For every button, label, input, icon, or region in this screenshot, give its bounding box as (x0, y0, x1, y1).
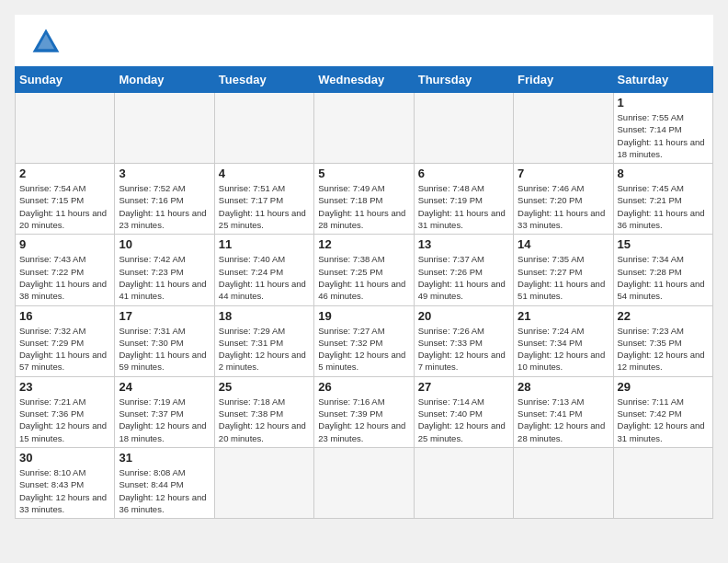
calendar-cell: 16Sunrise: 7:32 AM Sunset: 7:29 PM Dayli… (16, 305, 115, 376)
calendar-cell: 2Sunrise: 7:54 AM Sunset: 7:15 PM Daylig… (16, 164, 115, 235)
calendar-cell: 24Sunrise: 7:19 AM Sunset: 7:37 PM Dayli… (115, 376, 214, 447)
day-number: 31 (119, 451, 210, 465)
calendar-week-1: 1Sunrise: 7:55 AM Sunset: 7:14 PM Daylig… (16, 93, 713, 164)
day-number: 20 (418, 309, 509, 323)
logo-icon (29, 26, 63, 59)
day-info: Sunrise: 7:55 AM Sunset: 7:14 PM Dayligh… (618, 111, 709, 160)
calendar-cell: 9Sunrise: 7:43 AM Sunset: 7:22 PM Daylig… (16, 235, 115, 305)
calendar-cell: 3Sunrise: 7:52 AM Sunset: 7:16 PM Daylig… (115, 164, 214, 235)
day-number: 19 (318, 309, 409, 323)
day-number: 18 (219, 309, 310, 323)
calendar-cell: 28Sunrise: 7:13 AM Sunset: 7:41 PM Dayli… (514, 376, 613, 447)
day-info: Sunrise: 7:51 AM Sunset: 7:17 PM Dayligh… (219, 182, 310, 231)
day-info: Sunrise: 7:26 AM Sunset: 7:33 PM Dayligh… (418, 325, 509, 373)
day-number: 21 (518, 309, 609, 323)
calendar-cell: 11Sunrise: 7:40 AM Sunset: 7:24 PM Dayli… (214, 235, 313, 305)
calendar-cell: 31Sunrise: 8:08 AM Sunset: 8:44 PM Dayli… (115, 447, 214, 518)
calendar-table: SundayMondayTuesdayWednesdayThursdayFrid… (15, 66, 713, 519)
calendar-cell: 21Sunrise: 7:24 AM Sunset: 7:34 PM Dayli… (514, 305, 613, 376)
day-info: Sunrise: 7:16 AM Sunset: 7:39 PM Dayligh… (318, 396, 409, 444)
calendar-cell (115, 93, 214, 164)
day-info: Sunrise: 7:49 AM Sunset: 7:18 PM Dayligh… (318, 182, 409, 231)
calendar-cell: 7Sunrise: 7:46 AM Sunset: 7:20 PM Daylig… (514, 164, 613, 235)
day-info: Sunrise: 7:14 AM Sunset: 7:40 PM Dayligh… (418, 396, 509, 444)
weekday-saturday: Saturday (613, 67, 712, 93)
weekday-tuesday: Tuesday (214, 67, 313, 93)
day-number: 11 (219, 237, 310, 251)
day-info: Sunrise: 7:38 AM Sunset: 7:25 PM Dayligh… (318, 253, 409, 302)
calendar-cell (414, 447, 513, 518)
day-number: 13 (418, 237, 509, 251)
calendar-cell: 15Sunrise: 7:34 AM Sunset: 7:28 PM Dayli… (613, 235, 712, 305)
weekday-sunday: Sunday (16, 67, 115, 93)
calendar-cell: 10Sunrise: 7:42 AM Sunset: 7:23 PM Dayli… (115, 235, 214, 305)
day-number: 26 (318, 380, 409, 394)
day-number: 7 (518, 167, 609, 180)
calendar-cell: 30Sunrise: 8:10 AM Sunset: 8:43 PM Dayli… (16, 447, 115, 518)
calendar-cell (16, 93, 115, 164)
calendar-cell: 20Sunrise: 7:26 AM Sunset: 7:33 PM Dayli… (414, 305, 513, 376)
calendar-cell: 27Sunrise: 7:14 AM Sunset: 7:40 PM Dayli… (414, 376, 513, 447)
day-info: Sunrise: 7:34 AM Sunset: 7:28 PM Dayligh… (618, 253, 709, 302)
calendar-cell (314, 447, 414, 518)
day-info: Sunrise: 7:54 AM Sunset: 7:15 PM Dayligh… (19, 182, 110, 231)
weekday-wednesday: Wednesday (314, 67, 414, 93)
day-number: 4 (219, 167, 310, 180)
weekday-header-row: SundayMondayTuesdayWednesdayThursdayFrid… (16, 67, 713, 93)
calendar-cell: 17Sunrise: 7:31 AM Sunset: 7:30 PM Dayli… (115, 305, 214, 376)
day-info: Sunrise: 7:46 AM Sunset: 7:20 PM Dayligh… (518, 182, 609, 231)
calendar-cell: 8Sunrise: 7:45 AM Sunset: 7:21 PM Daylig… (613, 164, 712, 235)
day-number: 22 (618, 309, 709, 323)
day-info: Sunrise: 7:24 AM Sunset: 7:34 PM Dayligh… (518, 325, 609, 373)
day-info: Sunrise: 7:45 AM Sunset: 7:21 PM Dayligh… (618, 182, 709, 231)
day-info: Sunrise: 7:11 AM Sunset: 7:42 PM Dayligh… (618, 396, 709, 444)
day-number: 1 (618, 96, 709, 109)
calendar-week-2: 2Sunrise: 7:54 AM Sunset: 7:15 PM Daylig… (16, 164, 713, 235)
day-info: Sunrise: 7:32 AM Sunset: 7:29 PM Dayligh… (19, 325, 110, 373)
calendar-cell: 19Sunrise: 7:27 AM Sunset: 7:32 PM Dayli… (314, 305, 414, 376)
calendar-cell: 18Sunrise: 7:29 AM Sunset: 7:31 PM Dayli… (214, 305, 313, 376)
day-info: Sunrise: 7:27 AM Sunset: 7:32 PM Dayligh… (318, 325, 409, 373)
day-info: Sunrise: 7:31 AM Sunset: 7:30 PM Dayligh… (119, 325, 210, 373)
day-number: 3 (119, 167, 210, 180)
day-info: Sunrise: 8:08 AM Sunset: 8:44 PM Dayligh… (119, 466, 210, 515)
day-info: Sunrise: 7:13 AM Sunset: 7:41 PM Dayligh… (518, 396, 609, 444)
calendar-cell: 6Sunrise: 7:48 AM Sunset: 7:19 PM Daylig… (414, 164, 513, 235)
day-number: 5 (318, 167, 409, 180)
header (15, 15, 713, 66)
calendar-cell (214, 447, 313, 518)
weekday-monday: Monday (115, 67, 214, 93)
day-number: 28 (518, 380, 609, 394)
day-info: Sunrise: 7:42 AM Sunset: 7:23 PM Dayligh… (119, 253, 210, 302)
calendar-cell: 29Sunrise: 7:11 AM Sunset: 7:42 PM Dayli… (613, 376, 712, 447)
day-info: Sunrise: 7:19 AM Sunset: 7:37 PM Dayligh… (119, 396, 210, 444)
calendar-cell: 13Sunrise: 7:37 AM Sunset: 7:26 PM Dayli… (414, 235, 513, 305)
day-number: 9 (19, 237, 110, 251)
calendar-week-4: 16Sunrise: 7:32 AM Sunset: 7:29 PM Dayli… (16, 305, 713, 376)
calendar-cell: 25Sunrise: 7:18 AM Sunset: 7:38 PM Dayli… (214, 376, 313, 447)
calendar-cell: 14Sunrise: 7:35 AM Sunset: 7:27 PM Dayli… (514, 235, 613, 305)
day-info: Sunrise: 7:37 AM Sunset: 7:26 PM Dayligh… (418, 253, 509, 302)
day-number: 27 (418, 380, 509, 394)
day-number: 30 (19, 451, 110, 465)
day-number: 29 (618, 380, 709, 394)
calendar-cell: 5Sunrise: 7:49 AM Sunset: 7:18 PM Daylig… (314, 164, 414, 235)
day-number: 16 (19, 309, 110, 323)
day-info: Sunrise: 7:40 AM Sunset: 7:24 PM Dayligh… (219, 253, 310, 302)
calendar-page: SundayMondayTuesdayWednesdayThursdayFrid… (15, 15, 713, 519)
day-number: 17 (119, 309, 210, 323)
day-number: 8 (618, 167, 709, 180)
calendar-cell: 4Sunrise: 7:51 AM Sunset: 7:17 PM Daylig… (214, 164, 313, 235)
calendar-cell (414, 93, 513, 164)
day-number: 25 (219, 380, 310, 394)
weekday-friday: Friday (514, 67, 613, 93)
day-number: 6 (418, 167, 509, 180)
day-number: 24 (119, 380, 210, 394)
calendar-week-3: 9Sunrise: 7:43 AM Sunset: 7:22 PM Daylig… (16, 235, 713, 305)
calendar-cell (514, 447, 613, 518)
calendar-cell (613, 447, 712, 518)
day-info: Sunrise: 7:35 AM Sunset: 7:27 PM Dayligh… (518, 253, 609, 302)
logo (29, 26, 68, 59)
day-info: Sunrise: 7:23 AM Sunset: 7:35 PM Dayligh… (618, 325, 709, 373)
day-info: Sunrise: 7:18 AM Sunset: 7:38 PM Dayligh… (219, 396, 310, 444)
